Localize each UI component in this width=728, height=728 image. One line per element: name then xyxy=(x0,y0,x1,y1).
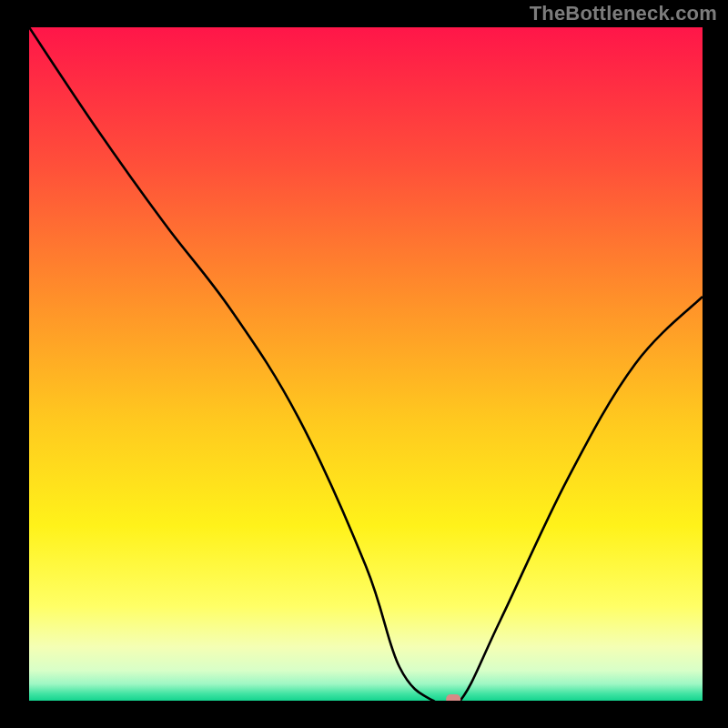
gradient-background xyxy=(29,27,703,701)
plot-area xyxy=(29,27,703,701)
chart-frame: TheBottleneck.com xyxy=(0,0,728,728)
watermark-text: TheBottleneck.com xyxy=(530,2,717,25)
bottleneck-chart xyxy=(29,27,703,701)
optimal-marker xyxy=(446,694,460,701)
